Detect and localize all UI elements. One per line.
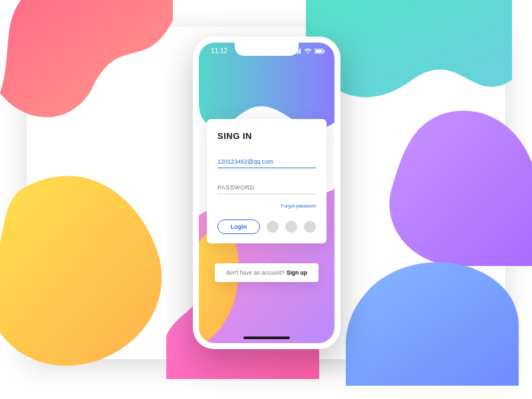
phone-screen: 11:12 SING IN Forgot password bbox=[199, 43, 334, 343]
design-canvas: 11:12 SING IN Forgot password bbox=[27, 27, 505, 359]
bg-blob-blue bbox=[346, 246, 519, 386]
home-indicator bbox=[243, 336, 290, 339]
svg-rect-4 bbox=[299, 49, 301, 54]
signup-bar[interactable]: don't have an account? Sign up bbox=[215, 263, 319, 282]
battery-icon bbox=[315, 48, 325, 55]
bg-blob-yellow bbox=[0, 166, 186, 379]
social-twitter-icon[interactable] bbox=[304, 221, 316, 233]
social-facebook-icon[interactable] bbox=[285, 221, 297, 233]
wifi-icon bbox=[304, 48, 312, 55]
bg-blob-violet bbox=[366, 106, 532, 266]
login-button[interactable]: Login bbox=[217, 219, 260, 234]
svg-rect-7 bbox=[324, 51, 325, 53]
card-title: SING IN bbox=[217, 131, 316, 141]
card-actions: Login bbox=[217, 219, 316, 234]
forgot-password-link[interactable]: Forgot password bbox=[281, 203, 316, 208]
bg-blob-pink bbox=[0, 0, 173, 133]
email-field[interactable] bbox=[217, 156, 316, 168]
password-field-wrap bbox=[217, 180, 316, 194]
phone-frame: 11:12 SING IN Forgot password bbox=[193, 37, 340, 349]
signup-prompt: don't have an account? bbox=[226, 269, 285, 276]
email-field-wrap bbox=[217, 154, 316, 168]
signup-link[interactable]: Sign up bbox=[287, 269, 307, 276]
social-wechat-icon[interactable] bbox=[267, 221, 279, 233]
svg-rect-6 bbox=[316, 50, 323, 53]
status-time: 11:12 bbox=[211, 47, 227, 55]
signin-card: SING IN Forgot password Login bbox=[207, 119, 327, 243]
password-field[interactable] bbox=[217, 182, 316, 194]
phone-notch bbox=[235, 43, 299, 56]
